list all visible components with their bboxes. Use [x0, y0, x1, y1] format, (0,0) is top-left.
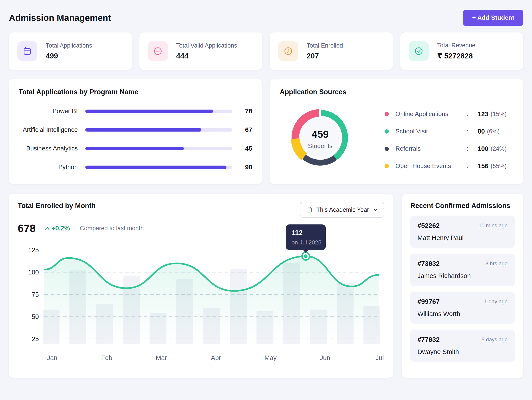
program-value: 90	[232, 164, 252, 171]
admission-id: #77832	[418, 336, 440, 343]
stat-value: 444	[176, 52, 237, 60]
stat-card-total-valid-applications: Total Valid Applications 444	[139, 32, 262, 70]
program-label: Business Analytics	[19, 145, 85, 152]
chart-tooltip: 112 on Jul 2025	[286, 225, 326, 250]
legend-label: School Visit	[395, 128, 467, 135]
program-row: Artificial Intelligence 67	[19, 120, 252, 139]
legend-label: Online Applications	[395, 110, 467, 117]
stat-card-total-enrolled: Total Enrolled 207	[270, 32, 393, 70]
svg-text:Mar: Mar	[156, 354, 167, 361]
bar-track	[85, 128, 232, 132]
svg-text:125: 125	[28, 246, 39, 254]
legend-pct: (6%)	[487, 128, 500, 135]
calendar-icon	[306, 206, 313, 213]
legend-row: Online Applications : 123 (15%)	[385, 111, 513, 117]
add-student-button[interactable]: + Add Student	[463, 10, 523, 26]
admission-list-item[interactable]: #77832 5 days ago Dwayne Smith	[410, 329, 515, 362]
program-value: 78	[232, 108, 252, 115]
admissions-title: Recent Confirmed Admissions	[410, 202, 515, 210]
academic-year-dropdown[interactable]: This Academic Year	[300, 202, 384, 218]
clock-icon	[278, 41, 298, 61]
admission-time: 5 days ago	[481, 336, 507, 343]
tooltip-label: on Jul 2025	[291, 239, 326, 246]
legend-colon: :	[467, 128, 475, 135]
admission-name: Dwayne Smith	[418, 348, 507, 355]
enrolled-card: Total Enrolled by Month This Academic Ye…	[9, 194, 393, 378]
legend-value: 156	[478, 162, 488, 170]
legend-dot	[385, 129, 389, 134]
donut-center-label: Students	[308, 142, 333, 149]
svg-text:75: 75	[32, 291, 39, 298]
bar-track	[85, 110, 232, 113]
legend-pct: (24%)	[490, 145, 507, 152]
stat-label: Total Valid Applications	[176, 42, 237, 49]
admission-time: 1 day ago	[484, 298, 507, 305]
arrow-up-icon	[44, 226, 50, 231]
dashboard-page: Admission Management + Add Student Total…	[0, 0, 532, 384]
legend-dot	[385, 164, 389, 168]
stat-value: 207	[307, 52, 343, 60]
stats-row: Total Applications 499 Total Valid Appli…	[9, 32, 523, 70]
programs-bar-chart: Power BI 78 Artificial Intelligence 67 B…	[19, 102, 252, 176]
admission-id: #99767	[418, 298, 440, 305]
legend-dot	[385, 147, 389, 151]
minus-circle-icon	[148, 41, 168, 61]
programs-card: Total Applications by Program Name Power…	[9, 79, 262, 184]
bar-track	[85, 147, 232, 150]
enrolled-line-chart: 112 on Jul 2025 125100755025JanFebMarApr…	[18, 237, 384, 368]
admission-name: James Richardson	[418, 272, 507, 280]
admissions-card: Recent Confirmed Admissions #52262 10 mi…	[402, 194, 523, 378]
program-row: Business Analytics 45	[19, 139, 252, 158]
sources-donut-chart: 459 Students	[289, 107, 351, 169]
sources-card: Application Sources 459 Students Online …	[270, 79, 523, 184]
page-title: Admission Management	[9, 13, 111, 23]
legend-label: Open House Events	[395, 162, 467, 170]
svg-text:Apr: Apr	[211, 354, 221, 361]
stat-value: 499	[46, 52, 92, 60]
tooltip-value: 112	[291, 229, 326, 237]
svg-text:May: May	[265, 354, 277, 361]
svg-text:Feb: Feb	[101, 354, 112, 361]
program-value: 67	[232, 126, 252, 134]
check-circle-icon	[409, 41, 429, 61]
calendar-icon	[17, 41, 37, 61]
legend-value: 123	[478, 110, 488, 118]
legend-dot	[385, 112, 389, 116]
admission-name: Matt Henry Paul	[418, 234, 507, 242]
stat-card-total-applications: Total Applications 499	[9, 32, 132, 70]
svg-text:Jan: Jan	[47, 354, 57, 361]
legend-row: Referrals : 100 (24%)	[385, 145, 513, 152]
program-label: Python	[19, 164, 85, 171]
topbar: Admission Management + Add Student	[9, 7, 523, 29]
svg-text:Jun: Jun	[320, 354, 330, 361]
enrolled-delta-note: Compared to last month	[80, 225, 144, 232]
sources-title: Application Sources	[280, 88, 513, 96]
stat-label: Total Revenue	[437, 42, 476, 49]
dropdown-label: This Academic Year	[317, 206, 369, 213]
stat-value: ₹ 5272828	[437, 52, 476, 60]
legend-label: Referrals	[395, 145, 467, 152]
program-value: 45	[232, 145, 252, 152]
admission-id: #73832	[418, 260, 440, 267]
admission-list-item[interactable]: #99767 1 day ago Williams Worth	[410, 291, 515, 324]
stat-card-total-revenue: Total Revenue ₹ 5272828	[400, 32, 523, 70]
svg-text:50: 50	[32, 313, 39, 320]
admission-time: 10 mins ago	[479, 222, 507, 229]
donut-center-value: 459	[312, 129, 329, 140]
legend-value: 100	[478, 145, 488, 152]
program-label: Artificial Intelligence	[19, 126, 85, 133]
enrolled-delta: +0.2%	[51, 225, 70, 232]
stat-label: Total Applications	[46, 42, 92, 49]
sources-legend: Online Applications : 123 (15%) School V…	[385, 111, 513, 180]
enrolled-total: 678	[18, 222, 36, 234]
chevron-down-icon	[373, 207, 378, 213]
admission-name: Williams Worth	[418, 310, 507, 317]
legend-row: Open House Events : 156 (55%)	[385, 163, 513, 169]
svg-text:25: 25	[32, 335, 39, 342]
admission-list-item[interactable]: #52262 10 mins ago Matt Henry Paul	[410, 216, 515, 248]
program-label: Power BI	[19, 108, 85, 115]
legend-colon: :	[467, 110, 475, 117]
admission-list-item[interactable]: #73832 3 hrs ago James Richardson	[410, 254, 515, 286]
admission-time: 3 hrs ago	[485, 260, 507, 267]
legend-row: School Visit : 80 (6%)	[385, 128, 513, 135]
